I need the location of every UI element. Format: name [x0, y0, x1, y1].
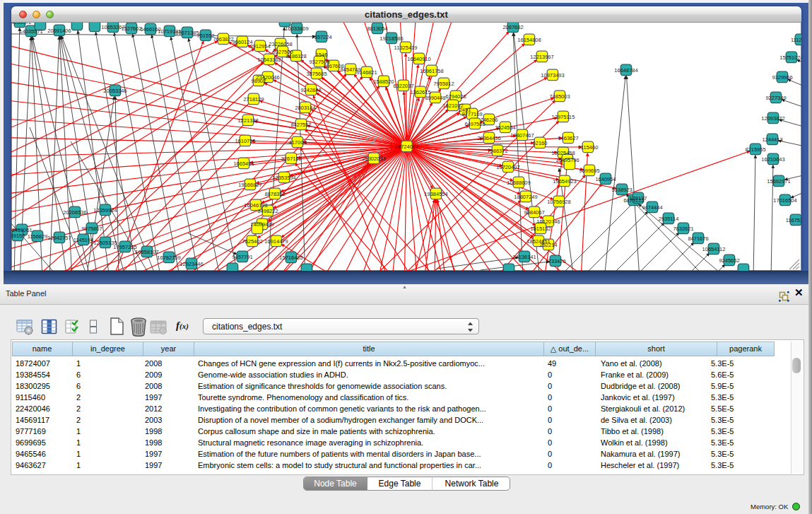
svg-text:9084067: 9084067: [524, 209, 544, 216]
svg-text:14099489: 14099489: [250, 221, 273, 228]
svg-text:19654923: 19654923: [553, 178, 576, 185]
svg-text:15751074: 15751074: [779, 54, 801, 61]
svg-text:10973493: 10973493: [541, 72, 564, 78]
svg-text:62160: 62160: [533, 140, 548, 146]
svg-text:16154808: 16154808: [517, 37, 541, 43]
svg-text:1546: 1546: [316, 52, 328, 58]
svg-text:9245652: 9245652: [719, 257, 739, 264]
svg-text:16914479: 16914479: [264, 238, 288, 245]
svg-text:8498222: 8498222: [257, 208, 278, 214]
svg-text:10958107: 10958107: [135, 249, 158, 255]
svg-text:1221338: 1221338: [237, 117, 258, 124]
svg-text:15692971: 15692971: [767, 178, 790, 185]
svg-text:15720407: 15720407: [496, 164, 519, 170]
svg-text:9115460: 9115460: [578, 144, 599, 151]
svg-text:16210643: 16210643: [761, 156, 784, 163]
svg-text:16033809: 16033809: [285, 25, 308, 32]
svg-text:20206536: 20206536: [63, 209, 86, 216]
svg-text:12093872: 12093872: [761, 115, 784, 122]
svg-text:16961758: 16961758: [420, 68, 443, 74]
svg-text:3624554: 3624554: [495, 124, 515, 131]
svg-text:17359924: 17359924: [93, 207, 117, 214]
svg-text:8186328: 8186328: [286, 53, 306, 59]
svg-text:7986372: 7986372: [487, 148, 507, 154]
svg-text:9242848: 9242848: [300, 87, 321, 93]
svg-text:9146821: 9146821: [356, 69, 377, 76]
svg-text:15716485: 15716485: [279, 255, 302, 261]
svg-text:16671385: 16671385: [175, 30, 199, 36]
svg-text:6497568: 6497568: [464, 121, 485, 127]
svg-text:129197: 129197: [629, 195, 647, 201]
svg-text:14035572: 14035572: [11, 23, 32, 25]
svg-text:19166827: 19166827: [238, 182, 261, 188]
svg-text:23226058: 23226058: [269, 41, 292, 47]
svg-text:5938923: 5938923: [611, 187, 632, 193]
svg-text:8427552: 8427552: [290, 122, 311, 128]
svg-text:417004: 417004: [288, 139, 306, 146]
svg-text:1733426: 1733426: [545, 258, 565, 264]
svg-text:1156829: 1156829: [28, 233, 48, 240]
svg-text:12213967: 12213967: [530, 54, 553, 60]
svg-text:6322037: 6322037: [393, 83, 413, 89]
svg-text:1112004: 1112004: [791, 37, 801, 43]
svg-text:8878352: 8878352: [264, 191, 285, 197]
svg-text:1665496: 1665496: [233, 160, 254, 167]
svg-text:14035571: 14035571: [19, 28, 42, 35]
svg-text:20364436: 20364436: [477, 135, 500, 141]
svg-text:25302033: 25302033: [362, 156, 385, 162]
svg-text:2087682: 2087682: [502, 24, 523, 30]
svg-text:1610755: 1610755: [235, 138, 255, 144]
svg-text:1588520: 1588520: [373, 78, 394, 85]
svg-text:12942757: 12942757: [47, 235, 71, 241]
svg-text:18724007: 18724007: [395, 144, 418, 150]
svg-text:16640910: 16640910: [407, 56, 430, 62]
svg-text:8215955: 8215955: [745, 146, 765, 153]
svg-text:12923446: 12923446: [180, 261, 203, 267]
svg-text:6794028: 6794028: [445, 93, 466, 100]
svg-text:1615132: 1615132: [530, 226, 551, 232]
svg-text:9329966: 9329966: [772, 74, 792, 81]
svg-text:10807467: 10807467: [510, 132, 534, 139]
svg-text:20691406: 20691406: [47, 28, 71, 34]
svg-text:20053346: 20053346: [103, 88, 126, 94]
svg-text:17016504: 17016504: [773, 197, 796, 204]
svg-text:2803144: 2803144: [295, 105, 315, 111]
svg-text:8471676: 8471676: [688, 235, 708, 242]
svg-text:17957225: 17957225: [113, 244, 136, 250]
svg-text:7955812: 7955812: [433, 81, 454, 87]
svg-text:1527602: 1527602: [121, 25, 141, 32]
svg-text:3267110: 3267110: [281, 156, 302, 162]
svg-text:9457791: 9457791: [232, 254, 252, 260]
svg-text:8912954: 8912954: [249, 43, 270, 49]
svg-text:16782759: 16782759: [157, 255, 180, 261]
svg-text:1640954: 1640954: [595, 176, 616, 182]
svg-text:751552: 751552: [196, 33, 214, 39]
svg-text:10025458: 10025458: [551, 150, 575, 156]
svg-text:2718129: 2718129: [243, 96, 264, 103]
svg-text:12975115: 12975115: [552, 114, 575, 120]
svg-text:18807249: 18807249: [514, 194, 537, 200]
svg-text:14136141: 14136141: [512, 254, 536, 260]
svg-text:7357224: 7357224: [311, 34, 331, 40]
svg-text:16120746: 16120746: [536, 218, 560, 225]
svg-text:15495796: 15495796: [555, 157, 579, 163]
svg-text:7625402: 7625402: [242, 238, 262, 245]
svg-text:3875685: 3875685: [306, 71, 326, 77]
svg-text:1167533: 1167533: [786, 217, 801, 223]
svg-text:8990448: 8990448: [425, 95, 445, 101]
svg-text:9474444: 9474444: [642, 204, 662, 211]
svg-text:8813054: 8813054: [367, 25, 387, 32]
svg-text:7663822: 7663822: [213, 36, 233, 42]
svg-text:1244413: 1244413: [762, 136, 782, 143]
svg-text:1145194: 1145194: [73, 237, 94, 243]
svg-text:252214: 252214: [539, 242, 557, 248]
svg-text:10756928: 10756928: [547, 199, 570, 205]
svg-text:10543362: 10543362: [257, 57, 281, 63]
svg-text:11325419: 11325419: [394, 45, 418, 51]
svg-text:7485003: 7485003: [549, 93, 570, 100]
svg-text:9777169: 9777169: [461, 111, 482, 117]
svg-text:16648784: 16648784: [614, 67, 637, 74]
svg-text:7632621: 7632621: [673, 226, 693, 232]
svg-text:9227349: 9227349: [765, 95, 786, 101]
svg-text:12353594: 12353594: [272, 175, 295, 181]
